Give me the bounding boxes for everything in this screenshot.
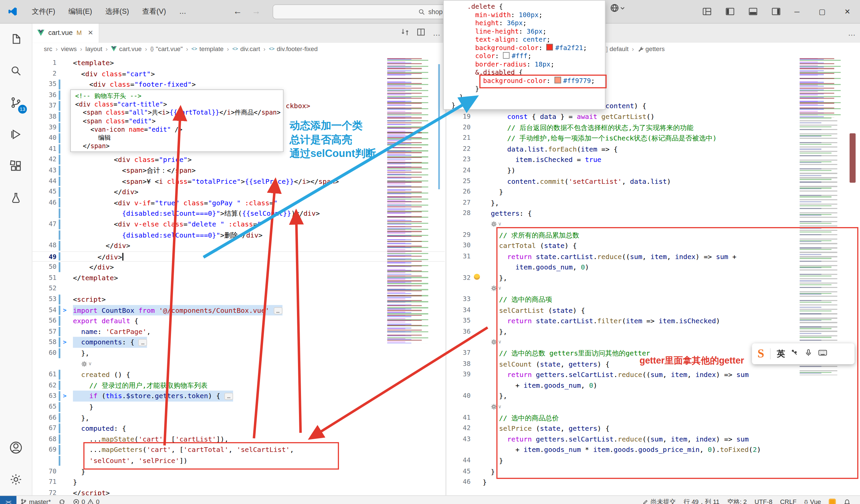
code-line[interactable]: 21 // 手动维护,给每一项添加一个isCheck状态(标记商品是否被选中) <box>447 133 860 143</box>
toggle-secondary-sidebar-icon[interactable] <box>766 3 785 20</box>
code-line[interactable]: 61 created () { <box>32 369 445 380</box>
code-line[interactable]: </span> <box>75 142 283 150</box>
browser-preview-icon[interactable] <box>610 3 625 13</box>
code-line[interactable]: text-align: center; <box>452 35 605 44</box>
overview-ruler-left[interactable] <box>438 64 440 189</box>
code-line[interactable]: 45 </div> <box>32 186 445 197</box>
toggle-panel-icon[interactable] <box>744 3 763 20</box>
code-line[interactable]: 46 <div v-if="true" class="goPay " :clas… <box>32 197 445 208</box>
close-button[interactable]: ✕ <box>835 0 860 23</box>
code-line[interactable]: 49 </div> <box>32 251 445 262</box>
notifications-bell-icon[interactable] <box>840 496 855 504</box>
extensions-icon[interactable] <box>0 150 32 182</box>
code-line[interactable]: 63> if (this.$store.getters.token) { … <box>32 391 445 402</box>
account-icon[interactable] <box>0 432 32 464</box>
encoding-status[interactable]: UTF-8 <box>751 496 776 504</box>
breadcrumb-views[interactable]: views <box>61 46 77 53</box>
forward-arrow-icon[interactable]: → <box>252 7 260 16</box>
editor-actions-more-icon[interactable]: … <box>433 29 441 37</box>
code-line[interactable]: 65 } <box>32 402 445 412</box>
git-branch-status[interactable]: master* <box>16 496 55 504</box>
code-line[interactable]: color: #fff; <box>452 52 605 60</box>
code-line[interactable]: 62 // 登录过的用户,才能获取购物车列表 <box>32 380 445 391</box>
code-line[interactable]: 23 item.isChecked = true <box>447 154 860 165</box>
split-editor-icon[interactable] <box>417 28 425 38</box>
code-line[interactable]: <van-icon name="edit" /> <box>75 125 283 134</box>
run-debug-icon[interactable] <box>0 119 32 150</box>
breadcrumb-default[interactable]: default <box>610 46 629 53</box>
code-line[interactable]: height: 36px; <box>452 19 605 27</box>
code-line[interactable]: 47 <div v-else class="delete " :class=" <box>32 219 445 230</box>
code-line[interactable]: 57 name: 'CartPage', <box>32 326 445 337</box>
code-line[interactable]: <span class="edit"> <box>75 117 283 126</box>
explorer-icon[interactable] <box>0 23 32 55</box>
problems-status[interactable]: 0 0 <box>69 496 103 504</box>
code-line[interactable]: <div class="cart-title"> <box>75 100 283 109</box>
menu-more[interactable]: … <box>173 4 193 18</box>
open-changes-icon[interactable] <box>401 28 409 38</box>
code-line[interactable]: 2 <div class="cart"> <box>32 68 445 79</box>
gitlens-commit-status[interactable]: 尚未提交 <box>639 496 679 504</box>
keyboard-icon[interactable] <box>818 349 827 359</box>
code-line[interactable]: 48 </div> <box>32 240 445 251</box>
code-line[interactable]: <span class="all">共<i>{{cartTotal}}</i>件… <box>75 109 283 117</box>
code-line[interactable]: 66 }, <box>32 412 445 423</box>
code-line[interactable]: 54>import CountBox from '@/components/Co… <box>32 305 445 316</box>
code-line[interactable]: 26 } <box>447 186 860 197</box>
minimap-right-top[interactable] <box>800 58 848 117</box>
code-line[interactable]: 22 data.list.forEach(item => { <box>447 143 860 154</box>
code-line[interactable]: 24 }) <box>447 165 860 176</box>
language-mode[interactable]: {}Vue <box>800 496 825 504</box>
back-arrow-icon[interactable]: ← <box>233 7 242 16</box>
code-line[interactable]: 28 getters: { <box>447 208 860 219</box>
code-line[interactable]: 51</template> <box>32 273 445 283</box>
cursor-position[interactable]: 行 49，列 11 <box>679 496 723 504</box>
breadcrumb-src[interactable]: src <box>44 46 53 53</box>
code-line[interactable]: 25 content.commit('setCartList', data.li… <box>447 176 860 186</box>
tab-cart-vue[interactable]: cart.vue M ✕ <box>32 23 99 43</box>
lightbulb-icon[interactable] <box>474 274 480 279</box>
menu-view[interactable]: 查看(V) <box>136 4 173 18</box>
code-line[interactable]: .delete { <box>452 3 605 11</box>
editor-actions-more-icon-right[interactable]: … <box>848 29 856 37</box>
code-line[interactable]: 67 computed: { <box>32 423 445 434</box>
search-sidebar-icon[interactable] <box>0 55 32 87</box>
breadcrumb-getters[interactable]: getters <box>637 46 665 53</box>
code-line[interactable]: min-width: 100px; <box>452 11 605 19</box>
code-line[interactable]: } <box>452 101 605 110</box>
settings-gear-icon[interactable] <box>0 464 32 495</box>
code-line[interactable]: 71} <box>32 477 445 488</box>
code-line[interactable]: 1<template> <box>32 57 445 68</box>
code-line[interactable]: 58> components: { … <box>32 337 445 348</box>
indentation-status[interactable]: 空格: 2 <box>723 496 750 504</box>
code-line[interactable]: 50 </div> <box>32 262 445 273</box>
code-line[interactable]: border-radius: 18px; <box>452 60 605 69</box>
customize-layout-icon[interactable] <box>698 3 717 20</box>
code-line[interactable]: <!-- 购物车开头 --> <box>75 92 283 100</box>
toggle-sidebar-icon[interactable] <box>720 3 740 20</box>
breadcrumb-layout[interactable]: layout <box>85 46 102 53</box>
code-line[interactable]: 42 <div class="price"> <box>32 154 445 165</box>
source-control-icon[interactable]: 13 <box>0 87 32 119</box>
code-line[interactable]: line-height: 36px; <box>452 28 605 35</box>
breadcrumb-template[interactable]: <>template <box>191 46 224 53</box>
menu-edit[interactable]: 编辑(E) <box>62 4 99 18</box>
remote-indicator[interactable]: >< <box>0 496 16 504</box>
sync-status[interactable] <box>55 496 69 504</box>
ime-tools-icon[interactable] <box>791 349 799 359</box>
code-line[interactable]: 60 }, <box>32 348 445 359</box>
code-line[interactable]: 35 <div class="footer-fixed"> <box>32 79 445 90</box>
code-line[interactable]: background-color: #fa2f21; <box>452 44 605 52</box>
scrollbar-right[interactable] <box>849 133 856 183</box>
menu-file[interactable]: 文件(F) <box>25 4 62 18</box>
code-line[interactable]: 56export default { <box>32 316 445 326</box>
code-line[interactable]: 53<script> <box>32 294 445 305</box>
code-line[interactable]: 52 <box>32 283 445 294</box>
eol-status[interactable]: CRLF <box>776 496 801 504</box>
code-line[interactable]: 20 // 后台返回的数据不包含选择框的状态,为了实现将来的功能 <box>447 122 860 133</box>
codelens-row[interactable]: ∨ <box>32 359 445 369</box>
code-line[interactable]: {disabled:selCount===0}">结算({{selCount}}… <box>32 208 445 219</box>
sogou-status-icon[interactable] <box>825 496 840 504</box>
code-line[interactable]: 27 }, <box>447 197 860 208</box>
testing-icon[interactable] <box>0 182 32 214</box>
